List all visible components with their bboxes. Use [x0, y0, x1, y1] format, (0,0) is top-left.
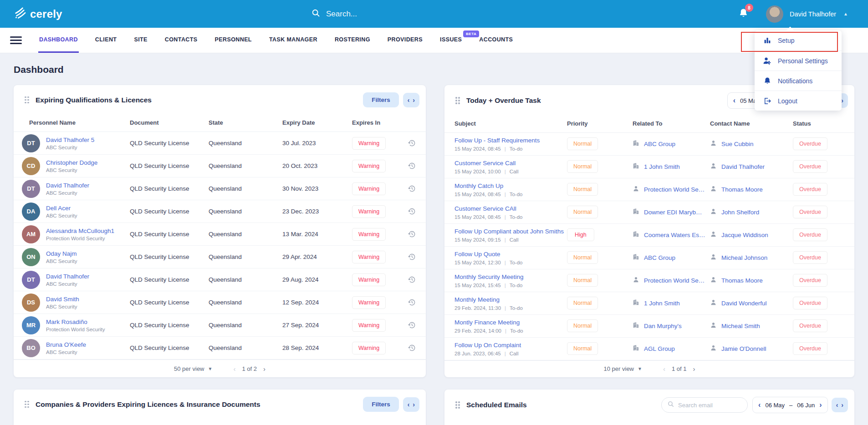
related-to-link[interactable]: Protection World Sec... [644, 277, 705, 284]
personnel-name-link[interactable]: Dell Acer [46, 205, 77, 212]
per-view-dropdown[interactable]: 50 per view ▼ [174, 365, 212, 372]
personnel-name-link[interactable]: David Thalhofer [46, 273, 89, 280]
subject-link[interactable]: Customer Service CAll [454, 205, 516, 212]
tab-dashboard[interactable]: DASHBOARD [38, 28, 79, 53]
email-date-range-selector[interactable]: ‹ 06 May – 06 Jun › [752, 397, 828, 413]
related-to-link[interactable]: Protection World Sec... [644, 186, 705, 193]
related-to-link[interactable]: Coomera Waters Est... [644, 232, 705, 238]
panel-nav-chevrons[interactable]: ‹› [832, 398, 848, 412]
subject-link[interactable]: Monthly Meeting [454, 296, 500, 303]
related-to-link[interactable]: 1 John Smith [644, 163, 680, 170]
history-icon[interactable] [408, 162, 416, 170]
hamburger-menu-icon[interactable] [10, 28, 22, 53]
menu-item-logout[interactable]: Logout [755, 91, 842, 111]
contact-name-link[interactable]: Jacque Widdison [721, 232, 768, 238]
contact-name-link[interactable]: Micheal Johnson [721, 254, 767, 261]
drag-handle-icon[interactable] [25, 401, 29, 408]
related-to-link[interactable]: 1 John Smith [644, 300, 680, 307]
user-name[interactable]: David Thalhofer [790, 10, 836, 18]
subject-link[interactable]: Follow Up Quote [454, 251, 500, 258]
related-to-link[interactable]: Dan Murphy's [644, 323, 682, 329]
tab-providers[interactable]: PROVIDERS [387, 28, 424, 53]
contact-name-link[interactable]: Sue Cubbin [721, 141, 754, 147]
history-icon[interactable] [408, 321, 416, 329]
subject-link[interactable]: Monthly Catch Up [454, 182, 503, 189]
per-view-dropdown[interactable]: 10 per view ▼ [604, 365, 642, 372]
tab-site[interactable]: SITE [133, 28, 148, 53]
drag-handle-icon[interactable] [25, 96, 29, 104]
menu-item-notifications[interactable]: Notifications [755, 71, 842, 91]
page-prev-icon[interactable]: ‹ [663, 365, 665, 373]
tab-task-manager[interactable]: TASK MANAGER [268, 28, 318, 53]
contact-name-link[interactable]: David Thalhofer [721, 163, 765, 170]
tab-client[interactable]: CLIENT [94, 28, 118, 53]
tab-contacts[interactable]: CONTACTS [164, 28, 199, 53]
contact-name-link[interactable]: Thomas Moore [721, 186, 763, 193]
subject-link[interactable]: Montly Finance Meeting [454, 319, 520, 326]
subject-link[interactable]: Follow Up On Complaint [454, 342, 521, 349]
history-icon[interactable] [408, 298, 416, 307]
personnel-name-link[interactable]: David Smith [46, 296, 79, 303]
chevron-right-icon[interactable]: › [841, 401, 843, 409]
brand[interactable]: cerely [13, 6, 62, 22]
tab-personnel[interactable]: PERSONNEL [214, 28, 253, 53]
drag-handle-icon[interactable] [455, 401, 460, 409]
subject-link[interactable]: Follow Up Compliant about John Smiths [454, 228, 564, 235]
tab-rostering[interactable]: ROSTERING [334, 28, 371, 53]
menu-item-setup[interactable]: Setup [755, 30, 842, 51]
chevron-right-icon[interactable]: › [413, 401, 415, 408]
history-icon[interactable] [408, 139, 416, 147]
subject-link[interactable]: Monthly Security Meeting [454, 273, 524, 280]
panel-nav-chevrons[interactable]: ‹› [403, 397, 419, 412]
notifications-button[interactable]: 8 [738, 8, 749, 20]
search-input[interactable] [326, 10, 426, 19]
chevron-left-icon[interactable]: ‹ [733, 96, 735, 105]
filters-button[interactable]: Filters [363, 397, 399, 412]
history-icon[interactable] [408, 207, 416, 216]
caret-up-icon[interactable]: ▲ [843, 11, 848, 16]
related-to-link[interactable]: ABC Group [644, 254, 675, 261]
email-search[interactable] [661, 397, 748, 413]
personnel-name-link[interactable]: Oday Najm [46, 250, 77, 257]
tab-issues[interactable]: ISSUESBETA [439, 28, 463, 53]
history-icon[interactable] [408, 344, 416, 352]
contact-name-link[interactable]: Micheal Smith [721, 323, 760, 329]
subject-link[interactable]: Follow Up - Staff Requirements [454, 137, 540, 144]
chevron-right-icon[interactable]: › [819, 401, 822, 409]
contact-name-link[interactable]: John Shelford [721, 209, 759, 216]
chevron-right-icon[interactable]: › [841, 97, 843, 104]
menu-item-personal-settings[interactable]: Personal Settings [755, 51, 842, 71]
chevron-left-icon[interactable]: ‹ [836, 401, 838, 409]
personnel-name-link[interactable]: Mark Rosadiño [46, 319, 105, 325]
subject-link[interactable]: Customer Service Call [454, 160, 516, 167]
personnel-name-link[interactable]: Christopher Dodge [46, 159, 97, 166]
personnel-name-link[interactable]: David Thalhofer [46, 182, 89, 189]
personnel-name-link[interactable]: Alessandra McCullough1 [46, 228, 114, 234]
page-prev-icon[interactable]: ‹ [233, 365, 235, 373]
chevron-right-icon[interactable]: › [413, 96, 415, 104]
chevron-left-icon[interactable]: ‹ [408, 401, 410, 408]
history-icon[interactable] [408, 253, 416, 261]
drag-handle-icon[interactable] [455, 97, 460, 104]
contact-name-link[interactable]: Jamie O'Donnell [721, 345, 766, 352]
page-next-icon[interactable]: › [263, 365, 266, 373]
global-search[interactable] [311, 0, 426, 28]
related-to-link[interactable]: AGL Group [644, 345, 675, 352]
user-avatar[interactable] [766, 5, 783, 23]
contact-name-link[interactable]: Thomas Moore [721, 277, 763, 284]
history-icon[interactable] [408, 230, 416, 238]
chevron-left-icon[interactable]: ‹ [758, 401, 761, 409]
history-icon[interactable] [408, 184, 416, 193]
page-next-icon[interactable]: › [693, 365, 695, 373]
related-to-link[interactable]: ABC Group [644, 141, 675, 147]
history-icon[interactable] [408, 275, 416, 284]
filters-button[interactable]: Filters [363, 92, 399, 107]
email-search-input[interactable] [678, 402, 737, 409]
related-to-link[interactable]: Downer EDI Marybor... [644, 209, 705, 216]
contact-name-link[interactable]: David Wonderful [721, 300, 767, 307]
chevron-left-icon[interactable]: ‹ [408, 96, 410, 104]
panel-nav-chevrons[interactable]: ‹› [403, 93, 419, 107]
personnel-name-link[interactable]: David Thalhofer 5 [46, 137, 94, 143]
personnel-name-link[interactable]: Bruna O'Keefe [46, 341, 86, 348]
tab-accounts[interactable]: ACCOUNTS [478, 28, 514, 53]
